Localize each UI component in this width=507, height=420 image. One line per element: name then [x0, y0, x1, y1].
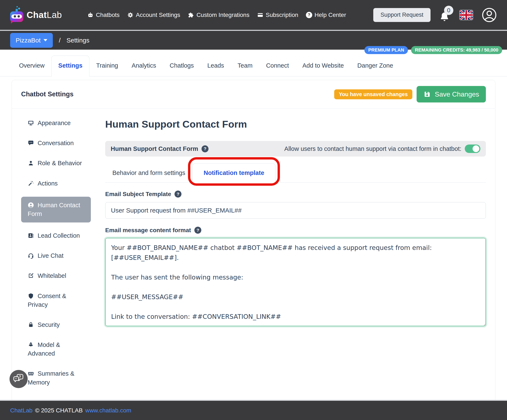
main-menu: Chatbots Account Settings Custom Integra… [87, 12, 346, 18]
unsaved-changes-badge: You have unsaved changes [334, 89, 412, 99]
email-message-label: Email message content format [105, 227, 191, 234]
help-icon[interactable]: ? [194, 227, 201, 234]
subtab-behavior-form-settings[interactable]: Behavior and form settings [105, 163, 192, 182]
subtab-notification-template[interactable]: Notification template [192, 163, 275, 182]
nav-item-custom-integrations[interactable]: Custom Integrations [188, 12, 249, 18]
card-body: Appearance Conversation Role & Behavior … [12, 109, 495, 420]
sidebar-item-model-advanced[interactable]: Model & Advanced [21, 338, 91, 360]
brand-text: ChatLab [27, 10, 62, 20]
tab-settings[interactable]: Settings [51, 56, 89, 77]
card-header: Chatbot Settings You have unsaved change… [12, 80, 495, 109]
sidebar-label: Whitelabel [38, 272, 66, 279]
toggle-label: Allow users to contact human support via… [284, 145, 461, 152]
help-icon[interactable]: ? [202, 145, 209, 152]
card-title: Chatbot Settings [21, 91, 73, 98]
help-icon[interactable]: ? [175, 190, 182, 197]
email-message-label-row: Email message content format ? [105, 227, 486, 234]
footer-brand-link[interactable]: ChatLab [10, 407, 33, 414]
contact-card-icon [28, 232, 34, 239]
sidebar-item-whitelabel[interactable]: Whitelabel [21, 269, 91, 283]
sidebar-item-role-behavior[interactable]: Role & Behavior [21, 156, 91, 170]
chatbot-settings-card: Chatbot Settings You have unsaved change… [12, 80, 495, 420]
credit-card-icon [257, 12, 263, 18]
page-title: Human Support Contact Form [105, 118, 486, 130]
navbar-right: Support Request 0 [373, 7, 497, 23]
nav-label: Help Center [315, 12, 346, 18]
sidebar-label: Human Contact Form [28, 202, 80, 217]
sidebar-label: Conversation [38, 140, 74, 147]
bot-name: PizzaBot [16, 37, 41, 44]
chevron-down-icon [43, 39, 47, 42]
sidebar-item-summaries-memory[interactable]: Summaries & Memory [21, 367, 91, 389]
puzzle-icon [188, 12, 194, 18]
monitor-icon [28, 120, 34, 126]
sidebar-label: Summaries & Memory [28, 370, 74, 385]
footer: ChatLab © 2025 CHATLAB www.chatlab.com [0, 400, 507, 420]
user-avatar-button[interactable] [482, 7, 497, 23]
footer-site-link[interactable]: www.chatlab.com [85, 407, 131, 414]
sidebar-item-conversation[interactable]: Conversation [21, 136, 91, 150]
tab-analytics[interactable]: Analytics [125, 56, 163, 76]
language-flag-button[interactable] [459, 10, 473, 20]
person-icon [28, 160, 34, 166]
chatlab-logo[interactable]: ChatLab [10, 7, 62, 23]
tab-chatlogs[interactable]: Chatlogs [163, 56, 200, 76]
sidebar-item-human-contact-form[interactable]: Human Contact Form [21, 197, 91, 223]
sidebar-item-actions[interactable]: Actions [21, 177, 91, 190]
email-subject-input[interactable] [105, 202, 486, 219]
settings-content: Human Support Contact Form Human Support… [105, 116, 486, 327]
gear-icon [127, 12, 134, 18]
rocket-icon [28, 342, 34, 348]
save-changes-button[interactable]: Save Changes [417, 86, 486, 102]
person-circle-icon [28, 202, 34, 208]
premium-plan-badge: PREMIUM PLAN [364, 46, 408, 54]
panel-toggle-group: Allow users to contact human support via… [284, 145, 480, 153]
nav-item-subscription[interactable]: Subscription [257, 12, 298, 18]
tab-connect[interactable]: Connect [259, 56, 296, 76]
sidebar-label: Actions [38, 180, 58, 187]
sidebar-item-consent-privacy[interactable]: Consent & Privacy [21, 289, 91, 312]
breadcrumb-separator: / [59, 37, 60, 44]
sidebar-label: Lead Collection [38, 232, 80, 239]
email-message-textarea[interactable]: Your ##BOT_BRAND_NAME## chatbot ##BOT_NA… [105, 238, 486, 326]
bot-selector-dropdown[interactable]: PizzaBot [10, 33, 53, 48]
tab-danger-zone[interactable]: Danger Zone [351, 56, 400, 76]
notification-subtabs: Behavior and form settings Notification … [105, 163, 486, 182]
email-subject-label-row: Email Subject Template ? [105, 190, 486, 197]
tab-training[interactable]: Training [89, 56, 125, 76]
nav-label: Account Settings [136, 12, 180, 18]
tab-add-to-website[interactable]: Add to Website [296, 56, 351, 76]
tab-team[interactable]: Team [231, 56, 259, 76]
card-header-actions: You have unsaved changes Save Changes [334, 86, 486, 102]
sidebar-item-appearance[interactable]: Appearance [21, 116, 91, 130]
nav-item-chatbots[interactable]: Chatbots [87, 12, 120, 18]
settings-sidebar: Appearance Conversation Role & Behavior … [21, 116, 91, 396]
support-request-button[interactable]: Support Request [373, 8, 430, 22]
remaining-credits-badge: REMAINING CREDITS: 49,983 / 50,000 [411, 46, 502, 54]
nav-item-account-settings[interactable]: Account Settings [127, 12, 180, 18]
shield-icon [28, 293, 34, 299]
sidebar-item-lead-collection[interactable]: Lead Collection [21, 229, 91, 243]
nav-label: Custom Integrations [197, 12, 249, 18]
contact-form-toggle[interactable] [465, 145, 480, 153]
tab-leads[interactable]: Leads [200, 56, 231, 76]
robot-icon [87, 12, 94, 18]
help-chat-button[interactable]: ? [9, 370, 28, 388]
email-subject-label: Email Subject Template [105, 191, 171, 197]
footer-copyright: © 2025 CHATLAB [35, 407, 83, 414]
sidebar-item-security[interactable]: Security [21, 318, 91, 332]
chat-bubble-icon [28, 140, 34, 146]
save-label: Save Changes [435, 91, 479, 98]
sidebar-label: Role & Behavior [38, 160, 82, 167]
plan-badges: PREMIUM PLAN REMAINING CREDITS: 49,983 /… [364, 46, 502, 54]
memory-icon [28, 370, 34, 377]
edit-icon [28, 273, 34, 279]
tab-overview[interactable]: Overview [12, 56, 51, 76]
uk-flag-icon [460, 10, 472, 20]
avatar-icon [482, 7, 497, 23]
nav-item-help-center[interactable]: ? Help Center [306, 12, 346, 18]
sidebar-item-live-chat[interactable]: Live Chat [21, 249, 91, 263]
notifications-button[interactable]: 0 [439, 7, 451, 23]
nav-label: Chatbots [96, 12, 120, 18]
chatlab-logo-icon [10, 7, 24, 23]
